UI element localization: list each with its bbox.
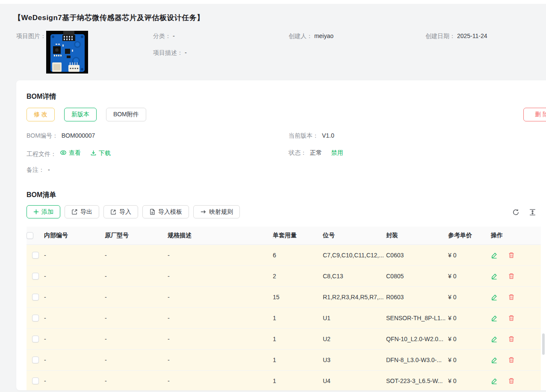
creator-field: 创建人： meiyao (289, 32, 334, 40)
cell-qty: 1 (273, 328, 323, 349)
row-checkbox[interactable] (32, 357, 39, 363)
row-edit-button[interactable] (491, 294, 498, 301)
cell-price: ¥ 0 (448, 328, 491, 349)
col-internal-no: 内部编号 (44, 227, 105, 245)
row-edit-button[interactable] (491, 357, 498, 363)
edit-pencil-icon (491, 273, 498, 280)
cell-factory-no: - (105, 245, 168, 265)
row-delete-button[interactable] (508, 377, 515, 384)
view-file-link[interactable]: 查看 (60, 149, 81, 156)
edit-button[interactable]: 修 改 (27, 108, 55, 121)
cell-internal-no: - (44, 307, 105, 328)
download-file-link[interactable]: 下载 (90, 149, 111, 157)
cell-actions (491, 328, 541, 349)
row-delete-button[interactable] (508, 357, 515, 363)
table-scrollbar-thumb[interactable] (542, 333, 545, 355)
add-button[interactable]: 添加 (27, 205, 60, 218)
description-field: 项目描述： - (153, 49, 187, 57)
cell-designators: U3 (323, 349, 386, 370)
bom-detail-fields: BOM编号： BOM000007 当前版本： V1.0 工程文件： 查看 下载 (27, 132, 546, 183)
eye-icon (60, 149, 67, 156)
cell-designators: U1 (323, 307, 386, 328)
cell-package: C0805 (386, 265, 448, 286)
cell-package: QFN-10_L2.0-W2.0... (386, 328, 448, 349)
new-version-button[interactable]: 新版本 (64, 108, 97, 121)
cell-package: DFN-8_L3.0-W3.0-... (386, 349, 448, 370)
cell-qty: 15 (273, 286, 323, 307)
bom-table: 内部编号 原厂型号 规格描述 单套用量 位号 封装 参考单价 操作 - - - … (27, 227, 541, 390)
row-edit-button[interactable] (491, 315, 498, 321)
cell-factory-no: - (105, 286, 168, 307)
row-checkbox[interactable] (32, 377, 39, 384)
cell-spec: - (168, 245, 273, 265)
cell-factory-no: - (105, 265, 168, 286)
mapping-rules-button[interactable]: 映射规则 (193, 205, 240, 218)
row-select-cell (27, 349, 44, 370)
current-version-field: 当前版本： V1.0 (289, 132, 334, 139)
project-image[interactable] (46, 31, 88, 74)
import-template-button[interactable]: 导入模板 (142, 205, 189, 218)
col-actions: 操作 (491, 227, 541, 245)
cell-package: SOT-223-3_L6.5-W... (386, 370, 448, 390)
row-delete-button[interactable] (508, 252, 515, 259)
bom-attachment-button[interactable]: BOM附件 (106, 108, 146, 121)
cell-package: C0603 (386, 245, 448, 265)
col-qty: 单套用量 (273, 227, 323, 245)
row-checkbox[interactable] (32, 336, 39, 342)
download-icon (90, 150, 97, 156)
delete-button[interactable]: 删 除 (523, 108, 546, 121)
table-row: - - - 1 U2 QFN-10_L2.0-W2.0... ¥ 0 (27, 328, 541, 349)
cell-spec: - (168, 349, 273, 370)
status-field: 状态： 正常 禁用 (289, 149, 343, 156)
cell-factory-no: - (105, 328, 168, 349)
export-button[interactable]: 导出 (65, 205, 99, 218)
trash-icon (508, 273, 515, 280)
cell-price: ¥ 0 (448, 286, 491, 307)
edit-pencil-icon (491, 252, 498, 259)
cell-actions (491, 265, 541, 286)
edit-pencil-icon (491, 315, 498, 321)
cell-price: ¥ 0 (448, 349, 491, 370)
cell-factory-no: - (105, 370, 168, 390)
page-title: 【WeDesign7基于纳芯微传感器芯片及评估板设计任务】 (14, 13, 204, 23)
row-delete-button[interactable] (508, 273, 515, 280)
row-delete-button[interactable] (508, 315, 515, 321)
refresh-icon[interactable] (512, 209, 519, 216)
cell-qty: 2 (273, 265, 323, 286)
row-edit-button[interactable] (491, 377, 498, 384)
select-all-checkbox[interactable] (27, 232, 33, 239)
trash-icon (508, 357, 515, 363)
disable-link[interactable]: 禁用 (331, 149, 343, 156)
column-height-icon[interactable] (529, 209, 536, 216)
cell-actions (491, 349, 541, 370)
row-select-cell (27, 328, 44, 349)
row-edit-button[interactable] (491, 273, 498, 280)
project-image-label: 项目图片： (16, 32, 46, 40)
cell-package: SENSOR-TH_8P-L1... (386, 307, 448, 328)
col-price: 参考单价 (448, 227, 491, 245)
table-row: - - - 15 R1,R2,R3,R4,R5,R7,... R0603 ¥ 0 (27, 286, 541, 307)
cell-price: ¥ 0 (448, 245, 491, 265)
cell-internal-no: - (44, 370, 105, 390)
cell-price: ¥ 0 (448, 265, 491, 286)
file-icon (149, 209, 156, 215)
row-edit-button[interactable] (491, 252, 498, 259)
row-checkbox[interactable] (32, 252, 39, 259)
cell-factory-no: - (105, 307, 168, 328)
row-delete-button[interactable] (508, 336, 515, 342)
row-select-cell (27, 265, 44, 286)
cell-spec: - (168, 265, 273, 286)
arrow-right-icon (200, 209, 207, 215)
row-delete-button[interactable] (508, 294, 515, 301)
table-tools (512, 209, 546, 216)
row-checkbox[interactable] (32, 315, 39, 321)
row-checkbox[interactable] (32, 294, 39, 301)
cell-package: R0603 (386, 286, 448, 307)
row-checkbox[interactable] (32, 273, 39, 280)
export-icon (71, 209, 78, 215)
row-edit-button[interactable] (491, 336, 498, 342)
cell-actions (491, 370, 541, 390)
table-row: - - - 1 U1 SENSOR-TH_8P-L1... ¥ 0 (27, 307, 541, 328)
cell-spec: - (168, 370, 273, 390)
import-button[interactable]: 导入 (103, 205, 138, 218)
